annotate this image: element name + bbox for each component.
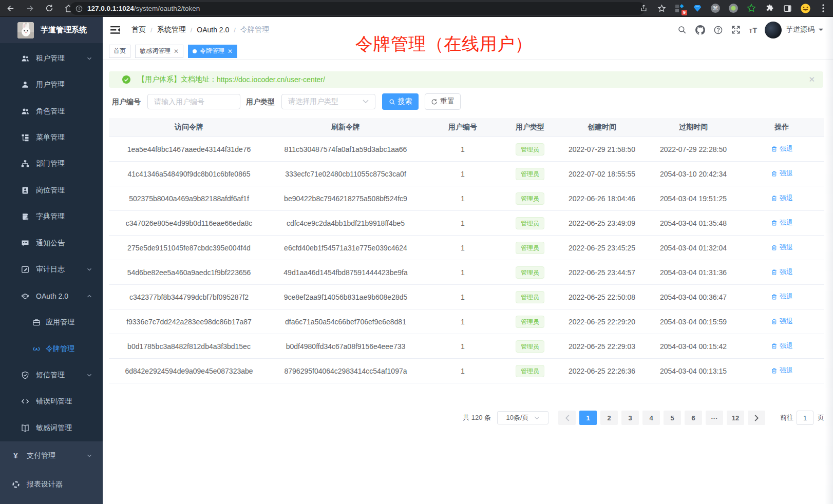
- sidebar-item[interactable]: OAuth 2.0: [0, 283, 103, 309]
- sidebar-item[interactable]: 用户管理: [0, 71, 103, 98]
- sidebar-item[interactable]: 敏感词管理: [0, 415, 103, 441]
- share-icon[interactable]: [638, 3, 649, 14]
- force-logout-button[interactable]: 强退: [771, 193, 793, 203]
- record-extension-icon[interactable]: [728, 3, 739, 14]
- force-logout-button[interactable]: 强退: [771, 144, 793, 153]
- sidebar-item[interactable]: A令牌管理: [0, 336, 103, 362]
- sidebar-item[interactable]: 字典管理: [0, 204, 103, 230]
- column-header: 操作: [740, 123, 824, 132]
- force-logout-button[interactable]: 强退: [771, 218, 793, 227]
- tab-敏感词管理[interactable]: 敏感词管理✕: [135, 45, 183, 58]
- force-logout-button[interactable]: 强退: [771, 341, 793, 351]
- user-type-badge: 管理员: [516, 143, 544, 156]
- user-name[interactable]: 芋道源码: [786, 25, 815, 34]
- breadcrumb-item[interactable]: OAuth 2.0: [197, 26, 229, 34]
- user-id-input[interactable]: [147, 94, 240, 109]
- gem-extension-icon[interactable]: [692, 3, 703, 14]
- force-logout-button[interactable]: 强退: [771, 243, 793, 252]
- sidebar-fold-icon[interactable]: [110, 26, 120, 34]
- sidebar-item[interactable]: 报表设计器: [0, 470, 103, 499]
- help-icon[interactable]: [712, 24, 724, 35]
- tab-首页[interactable]: 首页: [109, 45, 130, 58]
- user-caret-down-icon[interactable]: [818, 28, 824, 32]
- sidebar-item[interactable]: 菜单管理: [0, 124, 103, 150]
- notice-bubble-icon: [21, 239, 29, 247]
- action-cell: 强退: [740, 341, 824, 351]
- breadcrumb-item[interactable]: 首页: [131, 25, 146, 34]
- force-logout-button[interactable]: 强退: [771, 317, 793, 326]
- alert-close-icon[interactable]: ✕: [808, 76, 815, 83]
- address-bar[interactable]: 127.0.0.1:1024/system/oauth2/token: [70, 2, 645, 15]
- bookmark-star-icon[interactable]: [656, 3, 667, 14]
- pagination-page-4[interactable]: 4: [642, 411, 660, 425]
- force-logout-button[interactable]: 强退: [771, 169, 793, 178]
- sidebar-item-label: 菜单管理: [36, 133, 65, 142]
- puzzle-extensions-icon[interactable]: [764, 3, 775, 14]
- created-time-cell: 2022-07-29 21:58:50: [557, 145, 647, 153]
- column-header: 用户编号: [422, 123, 503, 132]
- alert-text: 【用户体系】文档地址：: [138, 75, 217, 84]
- browser-forward-icon[interactable]: [26, 4, 34, 13]
- refresh-token-cell: dfa6c71a50a54c66bef706ef9e6e8d81: [269, 318, 422, 326]
- pagination-page-12[interactable]: 12: [727, 411, 744, 425]
- sidebar-item[interactable]: 租户管理: [0, 45, 103, 71]
- sidebar-item[interactable]: ¥支付管理: [0, 441, 103, 470]
- sidebar-item[interactable]: 通知公告: [0, 230, 103, 256]
- force-logout-button[interactable]: 强退: [771, 366, 793, 375]
- user-avatar[interactable]: [765, 22, 782, 38]
- created-time-cell: 2022-06-25 23:44:57: [557, 268, 647, 277]
- pagination-page-5[interactable]: 5: [664, 411, 681, 425]
- pagination: 共 120 条 10条/页 123456···12 前往 页: [109, 411, 824, 425]
- force-logout-button[interactable]: 强退: [771, 292, 793, 301]
- extension-badge: 9: [681, 10, 687, 15]
- search-button[interactable]: 搜索: [382, 93, 419, 110]
- tab-close-icon[interactable]: ✕: [174, 48, 179, 55]
- sidebar-item-label: 用户管理: [36, 80, 65, 89]
- user-type-select[interactable]: 请选择用户类型: [281, 94, 375, 109]
- user-id-cell: 1: [422, 342, 503, 351]
- command-extension-icon[interactable]: ⌘: [710, 3, 721, 14]
- app-briefcase-icon: [32, 318, 41, 326]
- logo-bar[interactable]: 芋道管理系统: [0, 17, 103, 43]
- pagination-page-6[interactable]: 6: [685, 411, 702, 425]
- tab-令牌管理[interactable]: 令牌管理✕: [188, 45, 237, 58]
- browser-back-icon[interactable]: [6, 4, 15, 13]
- refresh-token-cell: cdfc4ce9c2da4bb1bdf21b9918ff4be5: [269, 219, 422, 227]
- pagination-page-1[interactable]: 1: [579, 411, 597, 425]
- sidebar-item[interactable]: 岗位管理: [0, 177, 103, 203]
- sidebar-item[interactable]: 审计日志: [0, 257, 103, 283]
- created-time-cell: 2022-06-25 23:49:09: [557, 219, 647, 227]
- pagination-next[interactable]: [748, 411, 765, 425]
- search-icon[interactable]: [676, 24, 688, 35]
- force-logout-button[interactable]: 强退: [771, 267, 793, 277]
- breadcrumb-item[interactable]: 系统管理: [157, 25, 186, 34]
- github-icon[interactable]: [694, 24, 706, 35]
- pagination-page-3[interactable]: 3: [621, 411, 639, 425]
- pagination-prev[interactable]: [558, 411, 576, 425]
- pagination-page-2[interactable]: 2: [600, 411, 618, 425]
- sidebar-item[interactable]: 部门管理: [0, 151, 103, 177]
- font-size-icon[interactable]: TT: [748, 24, 760, 35]
- alert-doc-link[interactable]: https://doc.iocoder.cn/user-center/: [217, 75, 325, 84]
- browser-reload-icon[interactable]: [45, 4, 53, 12]
- sidebar-item[interactable]: 应用管理: [0, 309, 103, 335]
- green-star-extension-icon[interactable]: [746, 3, 757, 14]
- sidebar-item[interactable]: 错误码管理: [0, 389, 103, 415]
- pagination-ellipsis[interactable]: ···: [706, 411, 723, 425]
- browser-menu-icon[interactable]: [818, 3, 829, 14]
- extension-blocks-icon[interactable]: 9: [674, 3, 685, 14]
- access-token-cell: c347026e805e4d99b0d116eae66eda8c: [109, 219, 269, 227]
- reset-button[interactable]: 重置: [425, 93, 461, 110]
- fullscreen-icon[interactable]: [730, 24, 742, 35]
- side-panel-icon[interactable]: [782, 3, 793, 14]
- sidebar-item[interactable]: 角色管理: [0, 98, 103, 124]
- pagination-goto-input[interactable]: [797, 411, 813, 425]
- page-size-select[interactable]: 10条/页: [497, 411, 548, 424]
- breadcrumb-separator: /: [150, 26, 153, 34]
- navbar-tools: TT 芋道源码: [670, 22, 833, 38]
- trash-icon: [771, 170, 778, 177]
- sidebar-item-label: 令牌管理: [46, 344, 74, 354]
- sidebar-item[interactable]: 短信管理: [0, 362, 103, 388]
- tab-close-icon[interactable]: ✕: [228, 48, 233, 55]
- profile-avatar-emoji[interactable]: [800, 3, 811, 14]
